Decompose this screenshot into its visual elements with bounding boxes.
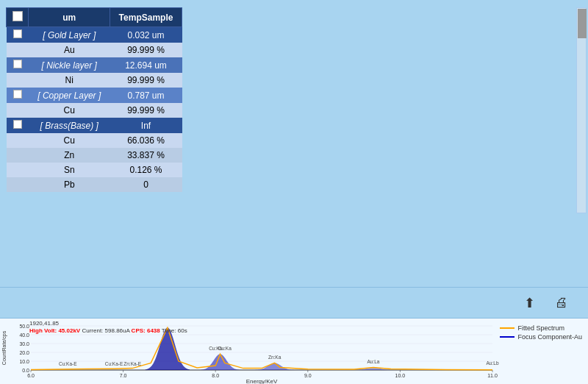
element-checkbox-cell [7,133,29,148]
scrollbar-thumb[interactable] [578,9,587,38]
layer-checkbox-cell[interactable] [7,88,29,103]
element-name: Pb [29,177,110,192]
element-value: 0 [110,177,182,192]
col2-header: TempSample [110,8,182,27]
cps: CPS: 6438 [132,327,160,334]
layer-name: [ Brass(Base) ] [29,118,110,133]
element-name: Cu [29,103,110,118]
main-area: um TempSample [ Gold Layer ] 0.032 um Au… [0,0,588,287]
focus-label: Focus Component-Au [517,333,582,341]
element-checkbox-cell [7,43,29,57]
fitted-label: Fitted Spectrum [517,324,564,332]
layer-value: 12.694 um [110,57,182,73]
layer-name: [ Gold Layer ] [29,27,110,43]
layer-value: Inf [110,118,182,133]
element-checkbox-cell [7,73,29,88]
scrollbar-track[interactable] [576,7,587,213]
status-text: 1920,41.85 [29,320,59,327]
element-value: 99.999 % [110,103,182,118]
element-value: 33.837 % [110,148,182,163]
element-name: Ni [29,73,110,88]
element-value: 99.999 % [110,43,182,57]
layer-name: [ Nickle layer ] [29,57,110,73]
layer-checkbox-cell[interactable] [7,118,29,133]
print-button[interactable]: 🖨 [550,291,573,315]
legend-fitted: Fitted Spectrum [500,324,582,332]
element-checkbox-cell [7,177,29,192]
element-checkbox-cell [7,163,29,177]
chart-info: 1920,41.85 High Volt: 45.02kV Current: 5… [29,320,187,335]
element-value: 99.999 % [110,73,182,88]
layer-value: 0.032 um [110,27,182,43]
chart-section: 1920,41.85 High Volt: 45.02kV Current: 5… [0,318,588,384]
focus-line-icon [500,336,514,338]
time: Time: 60s [162,327,187,334]
element-value: 0.126 % [110,163,182,177]
table-section: um TempSample [ Gold Layer ] 0.032 um Au… [0,0,184,287]
col1-header: um [29,8,110,27]
chart-legend: Fitted Spectrum Focus Component-Au [500,324,582,342]
layer-name: [ Copper Layer ] [29,88,110,103]
layer-checkbox-cell[interactable] [7,57,29,73]
element-checkbox-cell [7,103,29,118]
checkbox-header[interactable] [7,8,29,27]
right-area [184,0,588,287]
element-checkbox-cell [7,148,29,163]
element-name: Zn [29,148,110,163]
high-volt: High Volt: 45.02kV [29,327,80,334]
element-name: Cu [29,133,110,148]
layer-value: 0.787 um [110,88,182,103]
data-table: um TempSample [ Gold Layer ] 0.032 um Au… [6,7,182,192]
fitted-line-icon [500,327,514,329]
legend-focus: Focus Component-Au [500,333,582,341]
export-button[interactable]: ⬆ [517,291,541,315]
element-name: Sn [29,163,110,177]
toolbar-area: ⬆ 🖨 [0,287,588,318]
element-value: 66.036 % [110,133,182,148]
current: Current: 598.86uA [82,327,129,334]
element-name: Au [29,43,110,57]
layer-checkbox-cell[interactable] [7,27,29,43]
